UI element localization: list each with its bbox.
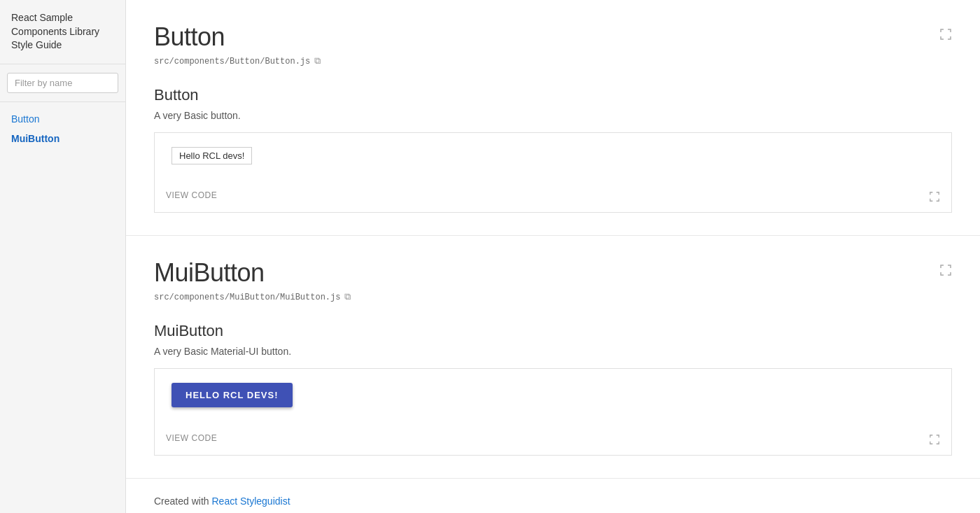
demo-muibutton[interactable]: HELLO RCL DEVS! [172,383,293,407]
view-code-bar-muibutton: VIEW CODE [154,421,952,456]
expand-icon-muibutton-code[interactable] [929,434,940,448]
expand-icon-muibutton[interactable] [939,264,952,279]
component-title-muibutton: MuiButton [154,258,265,288]
footer-prefix: Created with [154,496,211,507]
example-title-button: Button [154,86,952,104]
view-code-label-muibutton[interactable]: VIEW CODE [166,433,217,443]
copy-icon-muibutton[interactable]: ⧉ [344,292,351,302]
footer-link[interactable]: React Styleguidist [211,496,290,507]
demo-button[interactable]: Hello RCL devs! [172,147,252,164]
component-path-muibutton: src/components/MuiButton/MuiButton.js ⧉ [154,292,952,302]
component-path-button: src/components/Button/Button.js ⧉ [154,56,952,66]
component-header-button: Button [154,22,952,52]
expand-icon-button[interactable] [939,28,952,43]
section-button: Button src/components/Button/Button.js ⧉… [126,0,980,236]
example-button-basic: Button A very Basic button. Hello RCL de… [154,86,952,213]
sidebar-search-container [0,64,125,102]
example-preview-muibutton: HELLO RCL DEVS! [154,368,952,421]
sidebar-item-muibutton[interactable]: MuiButton [0,129,125,148]
section-muibutton: MuiButton src/components/MuiButton/MuiBu… [126,236,980,479]
example-desc-button: A very Basic button. [154,110,952,121]
example-desc-muibutton: A very Basic Material-UI button. [154,346,952,357]
search-input[interactable] [7,73,118,93]
component-header-muibutton: MuiButton [154,258,952,288]
example-muibutton-basic: MuiButton A very Basic Material-UI butto… [154,322,952,456]
sidebar: React Sample Components Library Style Gu… [0,0,126,513]
view-code-bar-button: VIEW CODE [154,178,952,213]
example-preview-button: Hello RCL devs! [154,132,952,178]
copy-icon-button[interactable]: ⧉ [314,56,321,66]
component-title-button: Button [154,22,225,52]
example-title-muibutton: MuiButton [154,322,952,340]
footer: Created with React Styleguidist [126,479,980,513]
sidebar-title: React Sample Components Library Style Gu… [0,0,125,64]
main-content: Button src/components/Button/Button.js ⧉… [126,0,980,513]
sidebar-item-button[interactable]: Button [0,109,125,129]
sidebar-nav: Button MuiButton [0,102,125,155]
expand-icon-button-code[interactable] [929,191,940,205]
view-code-label-button[interactable]: VIEW CODE [166,190,217,200]
